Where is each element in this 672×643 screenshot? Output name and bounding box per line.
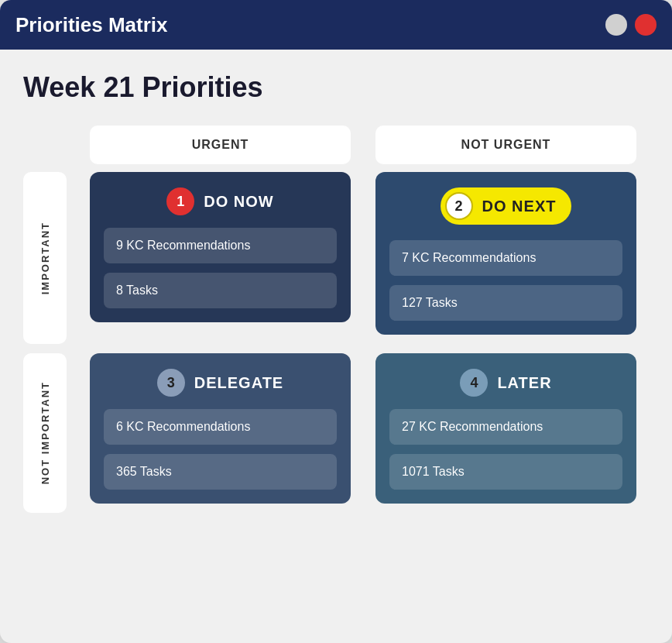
q1-action: DO NOW [204,193,273,211]
urgent-label: URGENT [192,138,249,152]
q2-quadrant[interactable]: 2 DO NEXT 7 KC Recommendations 127 Tasks [375,172,636,335]
minimize-button[interactable] [605,14,627,36]
important-label-box: IMPORTANT [23,172,67,344]
q2-stat2: 127 Tasks [389,285,622,321]
q2-number: 2 [445,192,473,220]
not-urgent-column-header: NOT URGENT [363,126,649,172]
q2-action: DO NEXT [482,198,557,215]
app-title: Priorities Matrix [15,13,168,37]
main-content: Week 21 Priorities URGENT NOT URGENT IMP… [0,50,672,536]
q3-header: 3 DELEGATE [104,369,337,397]
important-row-label-container: IMPORTANT [23,172,77,353]
priorities-matrix: URGENT NOT URGENT IMPORTANT 1 DO [23,126,649,513]
q1-cell[interactable]: 1 DO NOW 9 KC Recommendations 8 Tasks [77,172,363,353]
q1-quadrant[interactable]: 1 DO NOW 9 KC Recommendations 8 Tasks [90,172,351,322]
q3-quadrant[interactable]: 3 DELEGATE 6 KC Recommendations 365 Task… [90,353,351,504]
q4-header: 4 LATER [389,369,622,397]
q4-action: LATER [497,374,551,392]
q2-header: 2 DO NEXT [441,187,572,225]
not-important-label-box: NOT IMPORTANT [23,353,67,513]
urgent-column-header: URGENT [77,126,363,172]
urgent-label-box: URGENT [90,126,351,164]
q4-quadrant[interactable]: 4 LATER 27 KC Recommendations 1071 Tasks [375,353,636,504]
title-bar: Priorities Matrix [0,0,672,50]
q4-number: 4 [460,369,488,397]
app-window: Priorities Matrix Week 21 Priorities URG… [0,0,672,643]
q2-stat1: 7 KC Recommendations [389,240,622,276]
important-label: IMPORTANT [39,222,51,294]
q4-cell[interactable]: 4 LATER 27 KC Recommendations 1071 Tasks [363,353,649,513]
not-urgent-label-box: NOT URGENT [375,126,636,164]
q4-stat1: 27 KC Recommendations [389,409,622,445]
window-controls [605,14,657,36]
q3-stat2: 365 Tasks [104,454,337,490]
header-empty-cell [23,126,77,172]
not-important-label: NOT IMPORTANT [39,381,51,484]
q3-cell[interactable]: 3 DELEGATE 6 KC Recommendations 365 Task… [77,353,363,513]
q1-number: 1 [166,187,194,215]
q1-header: 1 DO NOW [104,187,337,215]
close-button[interactable] [635,14,657,36]
q2-cell[interactable]: 2 DO NEXT 7 KC Recommendations 127 Tasks [363,172,649,353]
q4-stat2: 1071 Tasks [389,454,622,490]
not-urgent-label: NOT URGENT [461,138,551,152]
q1-stat2: 8 Tasks [104,273,337,308]
q3-action: DELEGATE [194,374,283,392]
not-important-row-label-container: NOT IMPORTANT [23,353,77,513]
week-title: Week 21 Priorities [23,71,649,104]
q3-number: 3 [157,369,185,397]
q3-stat1: 6 KC Recommendations [104,409,337,445]
q1-stat1: 9 KC Recommendations [104,228,337,263]
